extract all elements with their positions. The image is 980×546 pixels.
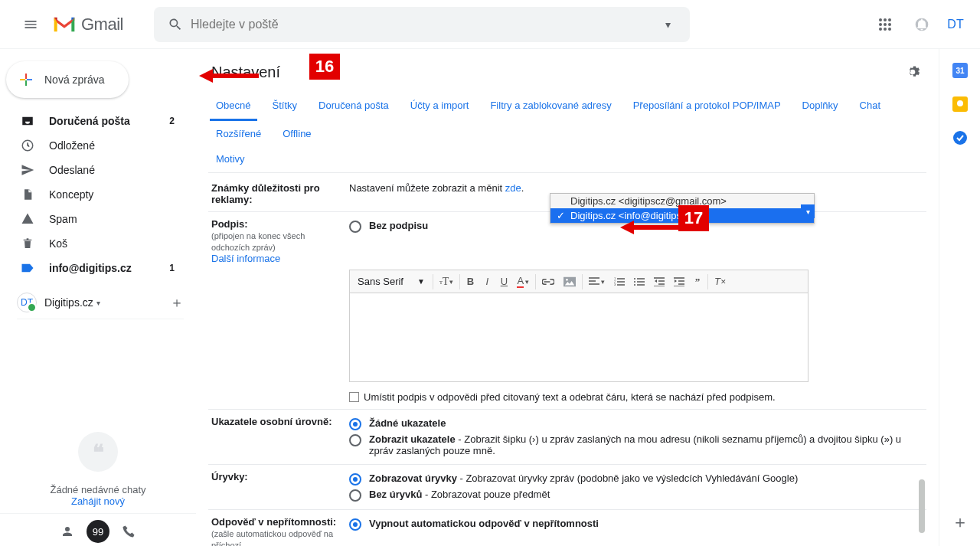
tab-labels[interactable]: Štítky — [266, 92, 304, 120]
bold-button[interactable]: B — [462, 273, 479, 290]
setting-signature: Podpis: (připojen na konec všech odchozí… — [208, 212, 926, 410]
tab-advanced[interactable]: Rozšířené — [210, 120, 267, 147]
setting-label-text: Známky důležitosti pro reklamy: — [211, 182, 320, 205]
phone-tab[interactable] — [117, 520, 140, 543]
main-menu-button[interactable] — [12, 6, 49, 43]
gmail-wordmark: Gmail — [81, 15, 123, 34]
tab-addons[interactable]: Doplňky — [796, 92, 844, 120]
nav-snoozed[interactable]: Odložené — [0, 133, 184, 158]
underline-button[interactable]: U — [495, 273, 512, 290]
hangouts-tab[interactable]: 99 — [87, 520, 109, 543]
setting-indicators: Ukazatele osobní úrovně: Žádné ukazatele… — [208, 410, 926, 465]
account-avatar[interactable]: DT — [943, 12, 968, 37]
apps-grid-icon[interactable] — [870, 9, 900, 40]
tab-general[interactable]: Obecné — [210, 92, 257, 121]
signature-checkbox-label: Umístit podpis v odpovědi před citovaný … — [364, 391, 776, 403]
signature-placement-checkbox[interactable] — [349, 392, 359, 402]
importance-link[interactable]: zde — [505, 182, 521, 194]
sidebar: Nová zpráva Doručená pošta 2 Odložené Od… — [0, 49, 196, 546]
italic-button[interactable]: I — [479, 273, 495, 290]
send-icon — [20, 163, 35, 177]
add-addon-button[interactable]: ＋ — [952, 511, 969, 534]
tab-inbox[interactable]: Doručená pošta — [312, 92, 395, 120]
hangouts-empty-text: Žádné nedávné chaty — [15, 484, 181, 495]
radio-snippets-hide[interactable] — [349, 489, 361, 502]
text-color-button[interactable]: A▾ — [512, 272, 534, 291]
search-box[interactable]: ▾ — [154, 7, 690, 42]
svg-point-23 — [953, 131, 967, 145]
hangouts-avatar[interactable]: DT — [17, 293, 37, 312]
folder-nav: Doručená pošta 2 Odložené Odeslané Konce… — [0, 109, 196, 280]
quote-button[interactable]: ” — [689, 273, 706, 291]
tab-chat[interactable]: Chat — [854, 92, 887, 120]
signature-textarea[interactable] — [349, 293, 808, 382]
nav-drafts[interactable]: Koncepty — [0, 182, 184, 207]
bullet-list-button[interactable] — [629, 274, 649, 289]
new-chat-plus[interactable]: ＋ — [167, 293, 187, 312]
svg-point-4 — [884, 23, 887, 26]
label-icon — [20, 263, 35, 273]
nav-label: Spam — [49, 213, 77, 225]
tab-offline[interactable]: Offline — [276, 120, 317, 147]
snippets-opt1-t: - Zobrazovat úryvky zpráv (podobně jako … — [457, 472, 798, 484]
numbered-list-button[interactable]: 123 — [609, 274, 629, 289]
notifications-icon[interactable] — [906, 9, 937, 40]
signature-account-dropdown[interactable]: Digitips.cz <digitipscz@gmail.com> Digit… — [550, 193, 815, 224]
image-button[interactable] — [559, 273, 580, 290]
tab-themes[interactable]: Motivy — [210, 147, 251, 172]
tab-accounts[interactable]: Účty a import — [404, 92, 475, 120]
nav-label-info[interactable]: info@digitips.cz 1 — [0, 256, 184, 280]
scrollbar-thumb[interactable] — [919, 479, 925, 533]
indent-more-button[interactable] — [669, 274, 689, 289]
setting-label-text: Odpověď v nepřítomnosti: — [211, 516, 336, 528]
search-icon[interactable] — [160, 9, 191, 40]
radio-vacation-off[interactable] — [349, 518, 361, 531]
clear-formatting-button[interactable]: T✕ — [710, 273, 731, 290]
font-size-button[interactable]: тT▾ — [435, 273, 459, 291]
settings-gear-icon[interactable] — [899, 58, 926, 86]
tasks-addon-icon[interactable] — [952, 130, 968, 145]
vacation-hint: (zašle automatickou odpověď na příchozí — [211, 529, 333, 546]
radio-indicators-none[interactable] — [349, 418, 361, 430]
tab-filters[interactable]: Filtry a zablokované adresy — [484, 92, 617, 120]
calendar-addon-icon[interactable]: 31 — [952, 63, 968, 78]
link-button[interactable] — [537, 275, 559, 289]
svg-point-6 — [879, 28, 882, 31]
signature-more-link[interactable]: Další informace — [211, 253, 280, 264]
snippets-opt2-b: Bez úryvků — [369, 489, 422, 500]
snippets-opt1-b: Zobrazovat úryvky — [369, 472, 457, 484]
chevron-down-icon[interactable]: ▾ — [96, 299, 100, 307]
svg-point-5 — [888, 23, 891, 26]
radio-snippets-show[interactable] — [349, 473, 361, 486]
gmail-m-icon — [52, 15, 77, 34]
dropdown-option-2[interactable]: Digitips.cz <info@digitips.cz> — [550, 208, 814, 223]
keep-addon-icon[interactable] — [952, 96, 968, 112]
hangouts-start-link[interactable]: Zahájit nový — [15, 495, 181, 507]
contacts-tab[interactable] — [56, 520, 79, 543]
nav-count: 2 — [169, 116, 175, 126]
search-input[interactable] — [191, 18, 653, 31]
search-options-caret[interactable]: ▾ — [653, 9, 684, 40]
indent-less-button[interactable] — [649, 274, 669, 289]
snippets-opt2-t: - Zobrazovat pouze předmět — [422, 489, 550, 500]
svg-point-0 — [879, 18, 882, 21]
radio-indicators-show[interactable] — [349, 434, 361, 446]
align-button[interactable]: ▾ — [584, 274, 609, 289]
svg-point-7 — [884, 28, 887, 31]
radio-no-signature[interactable] — [349, 221, 361, 233]
dropdown-handle-icon[interactable]: ▾ — [801, 204, 815, 218]
nav-spam[interactable]: Spam — [0, 207, 184, 231]
font-family-select[interactable]: Sans Serif▼ — [351, 273, 431, 290]
tab-pop-imap[interactable]: Přeposílání a protokol POP/IMAP — [627, 92, 787, 120]
nav-inbox[interactable]: Doručená pošta 2 — [0, 109, 184, 133]
nav-label: info@digitips.cz — [49, 262, 132, 274]
nav-trash[interactable]: Koš — [0, 231, 184, 256]
dropdown-option-1[interactable]: Digitips.cz <digitipscz@gmail.com> — [550, 194, 814, 208]
nav-label: Odeslané — [49, 164, 95, 176]
svg-point-8 — [888, 28, 891, 31]
settings-scroll[interactable]: Známky důležitosti pro reklamy: Nastaven… — [208, 173, 926, 546]
indicators-opt1: Žádné ukazatele — [369, 417, 446, 429]
compose-button[interactable]: Nová zpráva — [6, 61, 129, 98]
nav-sent[interactable]: Odeslané — [0, 158, 184, 182]
gmail-logo[interactable]: Gmail — [52, 15, 123, 34]
